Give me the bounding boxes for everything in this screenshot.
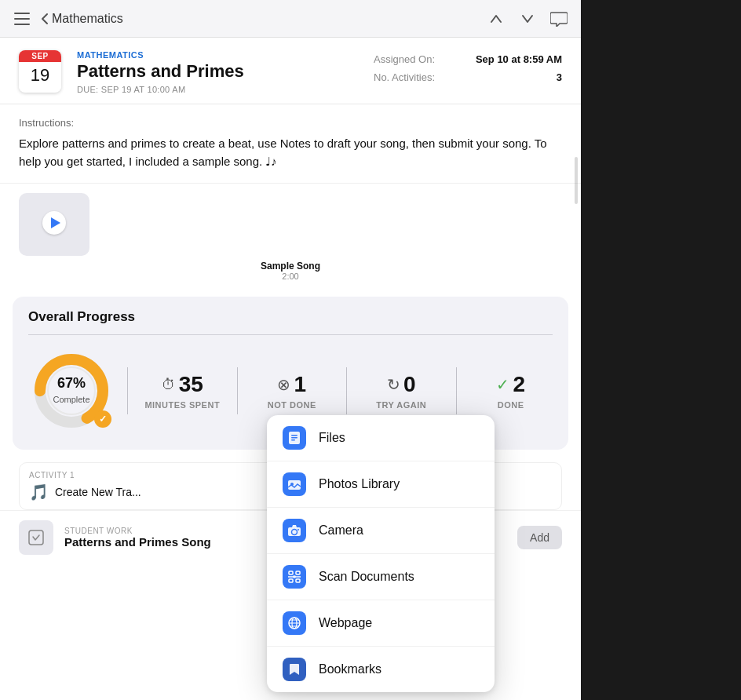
svg-rect-8 [291, 435, 297, 436]
svg-rect-6 [29, 530, 43, 545]
svg-point-15 [297, 529, 299, 530]
instructions-label: Instructions: [19, 117, 562, 129]
stat-tryagain-value: 0 [403, 372, 416, 397]
top-bar-actions [487, 9, 568, 28]
svg-rect-2 [14, 24, 30, 25]
assigned-on-label: Assigned On: [374, 53, 435, 65]
svg-rect-9 [291, 437, 297, 439]
camera-label: Camera [319, 523, 363, 538]
no-activities-row: No. Activities: 3 [374, 71, 562, 83]
stat-minutes-label: MINUTES SPENT [144, 400, 220, 410]
stat-tryagain-top: ↻ 0 [387, 372, 416, 397]
photos-icon [283, 472, 306, 496]
tryagain-icon: ↻ [387, 375, 400, 394]
calendar-month: SEP [19, 50, 61, 62]
song-title: Sample Song [19, 261, 562, 272]
stat-done-value: 2 [513, 372, 525, 397]
donut-chart: 67% Complete ✓ [28, 348, 115, 434]
play-icon [51, 217, 60, 228]
stat-notdone-top: ⊗ 1 [277, 372, 306, 397]
sample-song-thumbnail[interactable] [19, 193, 89, 256]
menu-item-camera[interactable]: Camera [267, 508, 495, 554]
stat-notdone: ⊗ 1 NOT DONE [250, 372, 334, 410]
stat-tryagain: ↻ 0 TRY AGAIN [360, 372, 444, 410]
menu-item-files[interactable]: Files [267, 415, 495, 461]
stat-divider-1 [127, 367, 128, 414]
calendar-day: 19 [19, 62, 61, 89]
back-button[interactable]: Mathematics [41, 12, 123, 26]
progress-title: Overall Progress [28, 309, 553, 325]
instructions-section: Instructions: Explore patterns and prime… [0, 104, 581, 184]
comment-button[interactable] [549, 9, 568, 28]
activity-1-name: Create New Tra... [55, 486, 141, 498]
scroll-indicator[interactable] [575, 157, 578, 204]
play-button[interactable] [42, 211, 66, 235]
svg-rect-1 [14, 18, 30, 20]
activity-1-number: ACTIVITY 1 [29, 471, 276, 479]
calendar-icon: SEP 19 [19, 50, 61, 93]
activity-1-row: 🎵 Create New Tra... [29, 483, 276, 501]
no-activities-value: 3 [557, 71, 562, 83]
scan-label: Scan Documents [319, 570, 414, 584]
donut-check-icon: ✓ [94, 410, 111, 428]
song-duration: 2:00 [19, 272, 562, 281]
assignment-info: MATHEMATICS Patterns and Primes DUE: SEP… [77, 50, 358, 94]
svg-rect-17 [296, 571, 300, 574]
files-label: Files [319, 431, 345, 445]
subject-label: MATHEMATICS [77, 50, 358, 60]
bookmarks-label: Bookmarks [319, 662, 381, 676]
top-bar: Mathematics [0, 0, 581, 38]
webpage-icon [283, 611, 306, 635]
stat-done-top: ✓ 2 [496, 372, 525, 397]
stat-tryagain-label: TRY AGAIN [376, 400, 426, 410]
assignment-title: Patterns and Primes [77, 61, 358, 82]
no-activities-label: No. Activities: [374, 71, 435, 83]
svg-rect-10 [291, 439, 295, 441]
nav-up-button[interactable] [487, 9, 506, 28]
stat-divider-3 [346, 367, 347, 414]
sidebar-toggle[interactable] [13, 9, 31, 28]
nav-down-button[interactable] [518, 9, 537, 28]
svg-rect-0 [14, 13, 30, 14]
assigned-on-value: Sep 10 at 8:59 AM [476, 53, 562, 65]
webpage-label: Webpage [319, 616, 372, 630]
activity-card-1[interactable]: ACTIVITY 1 🎵 Create New Tra... [19, 462, 286, 510]
bookmarks-icon [283, 658, 306, 681]
menu-item-scan[interactable]: Scan Documents [267, 554, 495, 600]
stat-minutes: ⏱ 35 MINUTES SPENT [141, 372, 224, 410]
menu-item-bookmarks[interactable]: Bookmarks [267, 647, 495, 692]
work-icon [19, 520, 53, 555]
assignment-meta: Assigned On: Sep 10 at 8:59 AM No. Activ… [374, 50, 562, 94]
stat-done-label: DONE [498, 400, 524, 410]
stat-divider-4 [456, 367, 457, 414]
stat-minutes-top: ⏱ 35 [162, 372, 203, 397]
donut-center: 67% Complete [53, 376, 89, 406]
donut-complete-label: Complete [53, 395, 89, 404]
progress-divider [28, 334, 553, 335]
activity-1-icon: 🎵 [29, 483, 49, 501]
assigned-on-row: Assigned On: Sep 10 at 8:59 AM [374, 53, 562, 65]
dropdown-menu: Files Photos Library Camera [267, 415, 495, 692]
svg-rect-19 [296, 579, 300, 582]
files-icon [283, 426, 306, 450]
menu-item-webpage[interactable]: Webpage [267, 600, 495, 647]
done-icon: ✓ [496, 375, 509, 394]
add-button[interactable]: Add [517, 526, 562, 549]
notdone-icon: ⊗ [277, 375, 290, 394]
svg-rect-16 [289, 571, 293, 574]
stat-done: ✓ 2 DONE [469, 372, 553, 410]
sample-song-container: Sample Song 2:00 [0, 184, 581, 297]
photos-label: Photos Library [319, 477, 400, 491]
donut-percent: 67% [53, 376, 89, 392]
stat-minutes-value: 35 [179, 372, 203, 397]
menu-item-photos[interactable]: Photos Library [267, 461, 495, 508]
stat-notdone-label: NOT DONE [268, 400, 316, 410]
svg-point-21 [293, 575, 296, 578]
right-panel [581, 0, 741, 700]
camera-icon [283, 519, 306, 542]
due-date: DUE: SEP 19 AT 10:00 AM [77, 85, 358, 94]
instructions-text: Explore patterns and primes to create a … [19, 135, 562, 170]
stat-divider-2 [237, 367, 238, 414]
clock-icon: ⏱ [162, 377, 176, 393]
svg-rect-18 [289, 579, 293, 582]
